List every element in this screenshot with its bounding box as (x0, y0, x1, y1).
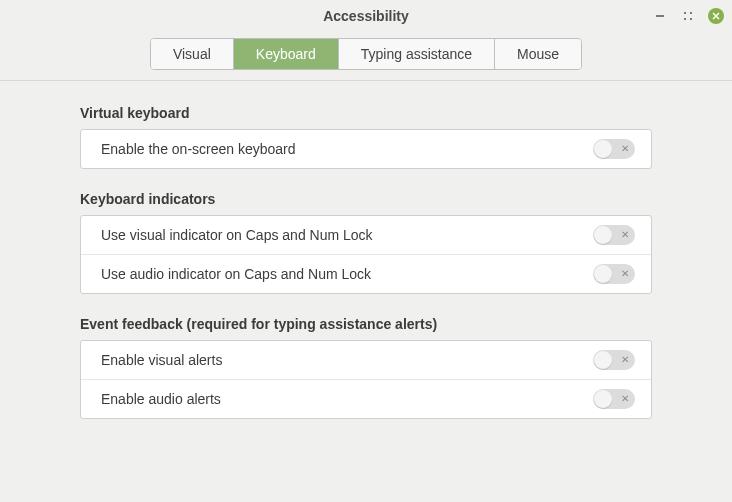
window-title: Accessibility (323, 8, 409, 24)
tabbar-container: Visual Keyboard Typing assistance Mouse (0, 32, 732, 80)
panel-event-feedback: Enable visual alerts ✕ Enable audio aler… (80, 340, 652, 419)
switch-knob-icon (594, 140, 612, 158)
svg-point-3 (684, 18, 686, 20)
label-audio-alerts: Enable audio alerts (101, 391, 221, 407)
close-button[interactable] (708, 8, 724, 24)
svg-point-1 (684, 12, 686, 14)
section-title-virtual-keyboard: Virtual keyboard (80, 105, 652, 121)
panel-virtual-keyboard: Enable the on-screen keyboard ✕ (80, 129, 652, 169)
tab-keyboard[interactable]: Keyboard (234, 39, 339, 69)
titlebar: Accessibility (0, 0, 732, 32)
switch-visual-alerts[interactable]: ✕ (593, 350, 635, 370)
svg-point-2 (690, 12, 692, 14)
row-audio-alerts: Enable audio alerts ✕ (81, 380, 651, 418)
svg-point-4 (690, 18, 692, 20)
switch-off-icon: ✕ (621, 394, 629, 404)
switch-knob-icon (594, 390, 612, 408)
tab-typing-assistance[interactable]: Typing assistance (339, 39, 495, 69)
switch-knob-icon (594, 265, 612, 283)
switch-audio-alerts[interactable]: ✕ (593, 389, 635, 409)
row-visual-alerts: Enable visual alerts ✕ (81, 341, 651, 380)
maximize-button[interactable] (680, 8, 696, 24)
switch-off-icon: ✕ (621, 355, 629, 365)
switch-knob-icon (594, 351, 612, 369)
tabbar: Visual Keyboard Typing assistance Mouse (150, 38, 582, 70)
switch-enable-onscreen-keyboard[interactable]: ✕ (593, 139, 635, 159)
tab-visual[interactable]: Visual (151, 39, 234, 69)
label-visual-alerts: Enable visual alerts (101, 352, 222, 368)
row-enable-onscreen-keyboard: Enable the on-screen keyboard ✕ (81, 130, 651, 168)
switch-visual-caps-num[interactable]: ✕ (593, 225, 635, 245)
switch-off-icon: ✕ (621, 269, 629, 279)
section-title-event-feedback: Event feedback (required for typing assi… (80, 316, 652, 332)
switch-audio-caps-num[interactable]: ✕ (593, 264, 635, 284)
label-enable-onscreen-keyboard: Enable the on-screen keyboard (101, 141, 296, 157)
minimize-button[interactable] (652, 8, 668, 24)
label-audio-caps-num: Use audio indicator on Caps and Num Lock (101, 266, 371, 282)
label-visual-caps-num: Use visual indicator on Caps and Num Loc… (101, 227, 373, 243)
switch-knob-icon (594, 226, 612, 244)
content-area: Virtual keyboard Enable the on-screen ke… (0, 81, 732, 419)
window-controls (652, 0, 724, 32)
row-visual-caps-num: Use visual indicator on Caps and Num Loc… (81, 216, 651, 255)
panel-keyboard-indicators: Use visual indicator on Caps and Num Loc… (80, 215, 652, 294)
row-audio-caps-num: Use audio indicator on Caps and Num Lock… (81, 255, 651, 293)
switch-off-icon: ✕ (621, 144, 629, 154)
section-title-keyboard-indicators: Keyboard indicators (80, 191, 652, 207)
tab-mouse[interactable]: Mouse (495, 39, 581, 69)
switch-off-icon: ✕ (621, 230, 629, 240)
